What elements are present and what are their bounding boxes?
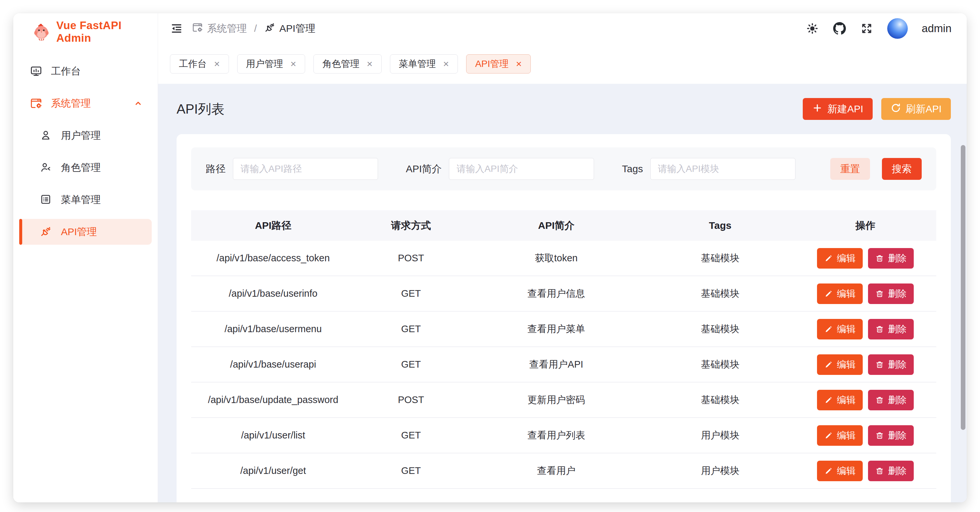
cell-tags: 基础模块 (646, 358, 795, 371)
sidebar-item-label: API管理 (61, 225, 97, 239)
edit-button[interactable]: 编辑 (817, 461, 863, 481)
breadcrumb-item-api[interactable]: API管理 (264, 22, 315, 35)
sidebar-item-label: 角色管理 (61, 161, 101, 175)
tab-api[interactable]: API管理 × (466, 54, 531, 73)
cell-actions: 编辑 删除 (795, 461, 936, 481)
breadcrumb-label: API管理 (279, 22, 315, 35)
api-table: API路径 请求方式 API简介 Tags 操作 /api/v1/base/ac… (191, 210, 936, 502)
api-plug-icon (264, 22, 275, 35)
summary-filter-input[interactable] (449, 158, 594, 180)
cell-tags: 基础模块 (646, 393, 795, 407)
fullscreen-icon[interactable] (860, 22, 873, 35)
page-actions: 新建API 刷新API (803, 98, 951, 120)
menu-list-icon (40, 193, 52, 206)
cell-method: GET (355, 288, 467, 299)
app-title: Vue FastAPI Admin (56, 19, 158, 45)
sidebar-item-label: 工作台 (51, 65, 81, 78)
cell-actions: 编辑 删除 (795, 355, 936, 375)
reset-button[interactable]: 重置 (830, 158, 870, 180)
sidebar-item-workbench[interactable]: 工作台 (19, 58, 152, 84)
plus-icon (812, 103, 822, 116)
tab-users[interactable]: 用户管理 × (237, 54, 305, 73)
tab-label: 菜单管理 (399, 57, 436, 70)
breadcrumb-separator: / (254, 23, 257, 34)
close-icon[interactable]: × (291, 59, 296, 69)
cell-actions: 编辑 删除 (795, 283, 936, 304)
breadcrumb-item-system[interactable]: 系统管理 (192, 22, 247, 35)
cell-path: /api/v1/base/update_password (191, 394, 355, 405)
app-window: Vue FastAPI Admin 工作台 (13, 13, 967, 502)
tab-label: 角色管理 (322, 57, 360, 70)
col-header-method: 请求方式 (355, 219, 467, 232)
edit-button[interactable]: 编辑 (817, 425, 863, 446)
delete-button[interactable]: 删除 (868, 425, 914, 446)
breadcrumb-label: 系统管理 (207, 22, 247, 35)
delete-button[interactable]: 删除 (868, 355, 914, 375)
tab-label: 工作台 (179, 57, 207, 70)
sidebar-item-roles[interactable]: 角色管理 (19, 155, 152, 180)
col-header-path: API路径 (191, 219, 355, 232)
page-header: API列表 新建API (177, 84, 951, 134)
cell-method: GET (355, 324, 467, 334)
col-header-actions: 操作 (795, 219, 936, 232)
search-button[interactable]: 搜索 (882, 158, 922, 180)
col-header-summary: API简介 (467, 219, 646, 232)
tab-roles[interactable]: 角色管理 × (313, 54, 382, 73)
cell-summary: 更新用户密码 (467, 393, 646, 407)
tab-menus[interactable]: 菜单管理 × (390, 54, 458, 73)
edit-button[interactable]: 编辑 (817, 355, 863, 375)
table-row: /api/v1/user/list GET 查看用户列表 用户模块 编辑 删除 (191, 418, 936, 453)
table-header-row: API路径 请求方式 API简介 Tags 操作 (191, 210, 936, 241)
tab-workbench[interactable]: 工作台 × (170, 54, 229, 73)
filter-panel: 路径 API简介 Tags 重置 搜索 (191, 147, 936, 191)
cell-summary: 查看用户API (467, 358, 646, 371)
logo[interactable]: Vue FastAPI Admin (13, 13, 158, 50)
sidebar-item-users[interactable]: 用户管理 (19, 122, 152, 148)
cell-summary: 获取token (467, 252, 646, 265)
sidebar-collapse-icon[interactable] (170, 22, 183, 35)
cell-path: /api/v1/base/userapi (191, 359, 355, 370)
sidebar-item-label: 系统管理 (51, 97, 91, 110)
delete-button[interactable]: 删除 (868, 319, 914, 339)
sidebar-item-menus[interactable]: 菜单管理 (19, 187, 152, 213)
cell-tags: 基础模块 (646, 252, 795, 265)
close-icon[interactable]: × (214, 59, 220, 69)
table-row: /api/v1/base/userapi GET 查看用户API 基础模块 编辑 (191, 347, 936, 383)
path-filter-input[interactable] (233, 158, 378, 180)
summary-filter-label: API简介 (406, 162, 442, 176)
table-row-partial (191, 489, 936, 502)
delete-button[interactable]: 删除 (868, 390, 914, 410)
github-icon[interactable] (833, 22, 846, 35)
cell-actions: 编辑 删除 (795, 425, 936, 446)
col-header-tags: Tags (646, 220, 795, 231)
cell-method: GET (355, 430, 467, 441)
tab-bar: 工作台 × 用户管理 × 角色管理 × 菜单管理 × API管理 × (158, 44, 967, 84)
user-avatar[interactable] (887, 18, 908, 39)
theme-sun-icon[interactable] (806, 22, 819, 35)
api-plug-icon (40, 226, 52, 238)
delete-button[interactable]: 删除 (868, 248, 914, 269)
sidebar-item-system[interactable]: 系统管理 (19, 91, 152, 116)
vertical-scrollbar-thumb[interactable] (961, 145, 966, 430)
delete-button[interactable]: 删除 (868, 461, 914, 481)
table-row: /api/v1/base/userinfo GET 查看用户信息 基础模块 编辑 (191, 276, 936, 312)
close-icon[interactable]: × (516, 59, 522, 69)
close-icon[interactable]: × (443, 59, 449, 69)
tags-filter-input[interactable] (650, 158, 795, 180)
edit-button[interactable]: 编辑 (817, 248, 863, 269)
cell-summary: 查看用户 (467, 464, 646, 477)
edit-button[interactable]: 编辑 (817, 319, 863, 339)
edit-button[interactable]: 编辑 (817, 390, 863, 410)
sidebar-item-api[interactable]: API管理 (19, 219, 152, 245)
chick-logo-icon (32, 22, 51, 42)
close-icon[interactable]: × (367, 59, 373, 69)
create-api-button[interactable]: 新建API (803, 98, 872, 120)
role-icon (40, 161, 52, 174)
username-label[interactable]: admin (922, 22, 951, 35)
create-api-label: 新建API (827, 102, 863, 116)
delete-button[interactable]: 删除 (868, 283, 914, 304)
refresh-api-button[interactable]: 刷新API (881, 98, 951, 120)
sidebar-menu: 工作台 系统管理 (13, 50, 158, 245)
edit-button[interactable]: 编辑 (817, 283, 863, 304)
cell-summary: 查看用户菜单 (467, 323, 646, 336)
